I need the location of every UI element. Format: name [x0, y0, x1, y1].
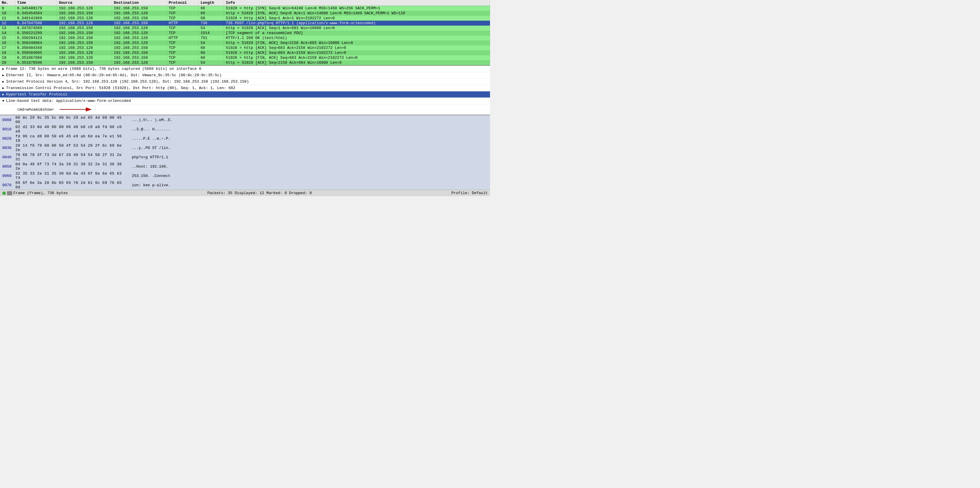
packet-details-panel: ▶ Frame 12: 736 bytes on wire (5888 bits… [0, 65, 490, 115]
detail-tcp[interactable]: ▶ Transmission Control Protocol, Src Por… [0, 85, 490, 91]
red-arrow-annotation [60, 105, 95, 114]
hex-bytes: 0d 0a 48 6f 73 74 3a 20 31 39 32 2e 31 3… [16, 162, 126, 171]
expand-arrow-http: ▶ [2, 92, 4, 96]
hex-ascii: ...y..PO ST /lin. [132, 146, 170, 150]
svg-marker-1 [86, 107, 92, 111]
col-length: Length [199, 0, 224, 6]
detail-ip-text: Internet Protocol Version 4, Src: 192.16… [6, 79, 249, 84]
table-row[interactable]: 176.350484348192.168.253.128192.168.253.… [0, 45, 490, 50]
table-row[interactable]: 146.350221299192.168.253.150192.168.253.… [0, 30, 490, 35]
hex-ascii: ..3.@... H....... [132, 127, 170, 132]
detail-ethernet[interactable]: ▶ Ethernet II, Src: Vmware_ed:65:4d (00:… [0, 72, 490, 79]
table-row[interactable]: 166.350349864192.168.253.150192.168.253.… [0, 40, 490, 45]
hex-offset: 0010 [2, 127, 16, 132]
col-info: Info [224, 0, 490, 6]
hex-offset: 0000 [2, 118, 16, 122]
hex-row: 004070 68 70 3f 73 3d 67 20 48 54 54 50 … [0, 153, 490, 162]
table-row[interactable]: 196.351867086192.168.253.128192.168.253.… [0, 55, 490, 60]
packets-info: Packets: 35 Displayed: 12 Marked: 0 Drop… [74, 191, 445, 195]
status-icon [7, 191, 12, 195]
table-row[interactable]: 96.345409179192.168.253.128192.168.253.1… [0, 6, 490, 11]
expand-arrow-frame: ▶ [2, 67, 4, 71]
hex-bytes: 20 14 f6 79 00 00 50 4f 53 54 20 2f 6c 6… [16, 143, 126, 152]
hex-ascii: .....P.E ..m.~.P. [132, 137, 170, 141]
hex-ascii: 253.150. .Connect [132, 174, 170, 178]
col-source: Source [57, 0, 112, 6]
hex-bytes: 00 0c 29 9c 35 5c 00 0c 29 ed 65 4d 08 0… [16, 116, 126, 124]
detail-http[interactable]: ▶ Hypertext Transfer Protocol [0, 91, 490, 98]
packets-info-text: Packets: 35 Displayed: 12 Marked: 0 Drop… [207, 191, 312, 195]
hex-offset: 0070 [2, 183, 16, 188]
cmd-line-row: cmd=whoami&show= [0, 104, 490, 114]
hex-offset: 0040 [2, 155, 16, 159]
hex-ascii: ion: kee p-alive. [132, 183, 170, 188]
table-row[interactable]: 106.345454584192.168.253.150192.168.253.… [0, 11, 490, 16]
profile-text: Profile: Default [451, 191, 488, 195]
detail-tcp-text: Transmission Control Protocol, Src Port:… [6, 86, 235, 90]
capture-dot [2, 191, 6, 195]
profile-info: Profile: Default [451, 191, 488, 195]
hex-bytes: fd 96 ca d8 00 50 e6 45 e9 ab 6d ea 7e e… [16, 134, 126, 143]
hex-bytes: 69 6f 6e 3a 20 6b 65 65 70 2d 61 6c 69 7… [16, 181, 126, 189]
hex-ascii: ...).5\.. ).eM..E. [132, 118, 173, 122]
expand-arrow-ip: ▶ [2, 80, 4, 84]
cmd-value: cmd=whoami&show= [18, 107, 54, 112]
hex-offset: 0030 [2, 146, 16, 150]
col-time: Time [15, 0, 57, 6]
table-row[interactable]: 206.351878596192.168.253.150192.168.253.… [0, 60, 490, 65]
table-row[interactable]: 186.350584605192.168.253.128192.168.253.… [0, 50, 490, 55]
hex-ascii: php?s=g HTTP/1.1 [132, 155, 168, 159]
table-header: No. Time Source Destination Protocol Len… [0, 0, 490, 6]
table-row[interactable]: 126.347047500192.168.253.128192.168.253.… [0, 21, 490, 25]
hex-bytes: 02 d2 33 0d 40 00 80 06 48 b0 c0 a8 fd 8… [16, 125, 126, 134]
table-row[interactable]: 136.347074589192.168.253.150192.168.253.… [0, 25, 490, 30]
hex-row: 003020 14 f6 79 00 00 50 4f 53 54 20 2f … [0, 143, 490, 153]
hex-offset: 0060 [2, 174, 16, 178]
detail-linedata[interactable]: ▼ Line-based text data: application/x-ww… [0, 98, 490, 104]
table-row[interactable]: 156.350294123192.168.253.150192.168.253.… [0, 35, 490, 40]
expand-arrow-tcp: ▶ [2, 86, 4, 90]
col-protocol: Protocol [167, 0, 199, 6]
frame-info-label: Frame (frame), 736 bytes [13, 191, 68, 195]
expand-arrow-ethernet: ▶ [2, 73, 4, 77]
status-indicator-left: Frame (frame), 736 bytes [2, 191, 68, 195]
detail-http-text: Hypertext Transfer Protocol [6, 92, 67, 97]
col-destination: Destination [112, 0, 167, 6]
table-row[interactable]: 116.346141969192.168.253.128192.168.253.… [0, 16, 490, 21]
hex-row: 00500d 0a 48 6f 73 74 3a 20 31 39 32 2e … [0, 162, 490, 171]
detail-linedata-text: Line-based text data: application/x-www-… [6, 99, 131, 103]
packet-list-table: No. Time Source Destination Protocol Len… [0, 0, 490, 65]
hex-row: 007069 6f 6e 3a 20 6b 65 65 70 2d 61 6c … [0, 180, 490, 190]
status-bar: Frame (frame), 736 bytes Packets: 35 Dis… [0, 190, 490, 196]
detail-ip[interactable]: ▶ Internet Protocol Version 4, Src: 192.… [0, 79, 490, 85]
hex-row: 000000 0c 29 9c 35 5c 00 0c 29 ed 65 4d … [0, 115, 490, 124]
hex-row: 001002 d2 33 0d 40 00 80 06 48 b0 c0 a8 … [0, 124, 490, 134]
detail-frame[interactable]: ▶ Frame 12: 736 bytes on wire (5888 bits… [0, 66, 490, 72]
hex-offset: 0050 [2, 164, 16, 169]
hex-bytes: 70 68 70 3f 73 3d 67 20 48 54 54 50 2f 3… [16, 153, 126, 162]
hex-row: 006032 35 33 2e 31 35 30 0d 0a 43 6f 6e … [0, 171, 490, 180]
detail-ethernet-text: Ethernet II, Src: Vmware_ed:65:4d (00:0c… [6, 73, 222, 78]
hex-bytes: 32 35 33 2e 31 35 30 0d 0a 43 6f 6e 6e 6… [16, 172, 126, 180]
expand-arrow-linedata: ▼ [2, 99, 4, 103]
col-no: No. [0, 0, 15, 6]
hex-dump-panel: 000000 0c 29 9c 35 5c 00 0c 29 ed 65 4d … [0, 115, 490, 190]
detail-frame-text: Frame 12: 736 bytes on wire (5888 bits),… [6, 67, 201, 71]
hex-offset: 0020 [2, 137, 16, 141]
hex-row: 0020fd 96 ca d8 00 50 e6 45 e9 ab 6d ea … [0, 134, 490, 143]
hex-ascii: ..Host: 192.168. [132, 164, 168, 169]
